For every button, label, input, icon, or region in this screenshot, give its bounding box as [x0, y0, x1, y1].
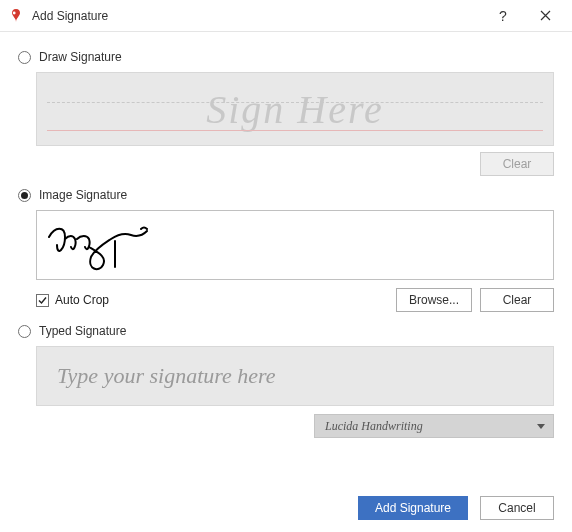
svg-point-0 [13, 11, 16, 14]
checkbox-icon [36, 294, 49, 307]
draw-signature-canvas[interactable]: Sign Here [36, 72, 554, 146]
titlebar: Add Signature ? [0, 0, 572, 32]
image-clear-button[interactable]: Clear [480, 288, 554, 312]
section-image: Image Signature Auto Crop Browse... Clea… [18, 188, 554, 312]
section-typed: Typed Signature Type your signature here… [18, 324, 554, 438]
auto-crop-checkbox[interactable]: Auto Crop [36, 293, 388, 307]
guide-baseline [47, 130, 543, 131]
radio-icon [18, 51, 31, 64]
typed-placeholder: Type your signature here [57, 363, 276, 389]
radio-draw-signature[interactable]: Draw Signature [18, 50, 554, 64]
radio-image-signature[interactable]: Image Signature [18, 188, 554, 202]
font-selected-label: Lucida Handwriting [325, 419, 423, 434]
close-button[interactable] [524, 0, 566, 32]
image-signature-preview [36, 210, 554, 280]
typed-signature-input[interactable]: Type your signature here [36, 346, 554, 406]
font-family-select[interactable]: Lucida Handwriting [314, 414, 554, 438]
browse-button[interactable]: Browse... [396, 288, 472, 312]
signature-image [43, 217, 163, 273]
radio-icon [18, 189, 31, 202]
help-button[interactable]: ? [482, 0, 524, 32]
auto-crop-label: Auto Crop [55, 293, 109, 307]
draw-placeholder: Sign Here [206, 86, 384, 133]
radio-icon [18, 325, 31, 338]
section-draw: Draw Signature Sign Here Clear [18, 50, 554, 176]
guide-dashline [47, 102, 543, 103]
radio-label: Image Signature [39, 188, 127, 202]
chevron-down-icon [537, 424, 545, 429]
radio-typed-signature[interactable]: Typed Signature [18, 324, 554, 338]
cancel-button[interactable]: Cancel [480, 496, 554, 520]
radio-label: Typed Signature [39, 324, 126, 338]
dialog-footer: Add Signature Cancel [0, 484, 572, 532]
app-icon [8, 8, 24, 24]
draw-clear-button[interactable]: Clear [480, 152, 554, 176]
window-title: Add Signature [32, 9, 482, 23]
dialog-body: Draw Signature Sign Here Clear Image Sig… [0, 32, 572, 484]
add-signature-button[interactable]: Add Signature [358, 496, 468, 520]
radio-label: Draw Signature [39, 50, 122, 64]
